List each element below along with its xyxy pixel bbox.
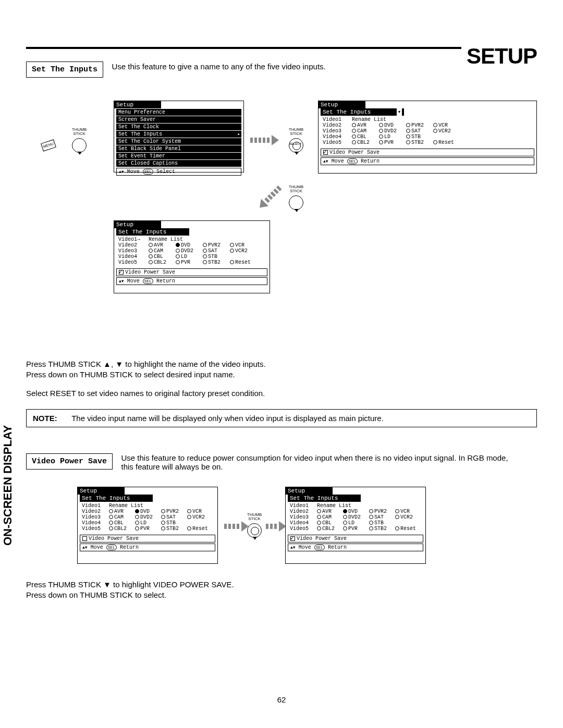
rename-grid: Video1→Rename List Video2 AVR DVD PVR2 V… <box>114 236 270 267</box>
thumbstick-icon <box>72 138 87 153</box>
thumbstick-label: THUMB STICK <box>286 128 307 136</box>
menu-icon: MENU <box>41 139 56 151</box>
video-power-save-label: Video Power Save <box>26 453 113 470</box>
menu-item: Set The Color System <box>116 138 241 145</box>
osd-setup-menu: Setup Menu Preference Screen Saver Set T… <box>114 101 244 172</box>
osd-subtitle: Set The Inputs▾ <box>321 108 404 116</box>
osd-title: Setup <box>319 101 365 108</box>
menu-item: Set The Clock <box>116 124 241 130</box>
menu-item-highlighted: Set The Inputs▸ <box>116 131 241 138</box>
video-power-save-desc: Use this feature to reduce power consump… <box>115 453 511 471</box>
select-label: SELECT <box>289 142 301 145</box>
menu-item: Screen Saver <box>116 116 241 123</box>
osd-footer: Move SEL Select <box>116 168 241 176</box>
osd-set-inputs-bottom: Setup Set The Inputs Video1→Rename List … <box>114 220 270 293</box>
video-power-save-row: Video Power Save <box>116 268 267 276</box>
menu-item: Menu Preference <box>116 109 241 116</box>
video-power-save-row: Video Power Save <box>321 149 534 156</box>
thumbstick-label: THUMB STICK <box>69 128 90 136</box>
set-inputs-desc: Use this feature to give a name to any o… <box>105 62 325 71</box>
rename-grid: Video1Rename List Video2 AVR DVD PVR2 VC… <box>319 116 536 147</box>
arrow-down-left-icon <box>260 188 280 208</box>
osd-footer: Move SEL Return <box>321 157 534 165</box>
osd-subtitle: Set The Inputs <box>80 495 153 502</box>
note-box: NOTE: The video input name will be displ… <box>26 409 537 427</box>
page-number: 62 <box>26 695 537 704</box>
osd-set-inputs-top: Setup Set The Inputs▾ Video1Rename List … <box>318 101 537 174</box>
osd-title: Setup <box>114 221 161 228</box>
rename-grid: Video1Rename List Video2 AVR DVD PVR2 VC… <box>78 502 217 534</box>
thumbstick-label: THUMB STICK <box>286 185 307 193</box>
thumbstick-select-icon <box>247 523 262 538</box>
osd-vps-left: Setup Set The Inputs Video1Rename List V… <box>77 487 218 564</box>
osd-title: Setup <box>286 487 333 495</box>
header-rule <box>26 47 537 49</box>
menu-item: Set Event Timer <box>116 153 241 159</box>
thumbstick-icon <box>289 195 303 210</box>
osd-title: Setup <box>114 101 161 108</box>
osd-footer: Move SEL Return <box>116 277 267 285</box>
instruction-text: Press THUMB STICK ▲, ▼ to highlight the … <box>26 359 537 399</box>
video-power-save-row: Video Power Save <box>80 535 215 542</box>
set-inputs-label: Set The Inputs <box>26 61 103 78</box>
osd-footer: Move SEL Return <box>288 544 423 551</box>
menu-item: Set Closed Captions <box>116 160 241 167</box>
thumbstick-label: THUMB STICK <box>244 513 265 521</box>
osd-title: Setup <box>78 487 125 495</box>
thumbstick-select-icon <box>289 138 303 153</box>
instruction-text: Press THUMB STICK ▼ to highlight VIDEO P… <box>26 579 537 600</box>
osd-subtitle: Set The Inputs <box>116 228 189 236</box>
osd-vps-right: Setup Set The Inputs Video1Rename List V… <box>285 487 426 564</box>
rename-grid: Video1Rename List Video2 AVR DVD PVR2 VC… <box>286 502 425 534</box>
osd-subtitle: Set The Inputs <box>288 495 361 502</box>
side-tab: On-Screen Display <box>1 425 15 546</box>
menu-item: Set Black Side Panel <box>116 145 241 152</box>
osd-footer: Move SEL Return <box>80 544 215 551</box>
video-power-save-row: Video Power Save <box>288 535 423 542</box>
